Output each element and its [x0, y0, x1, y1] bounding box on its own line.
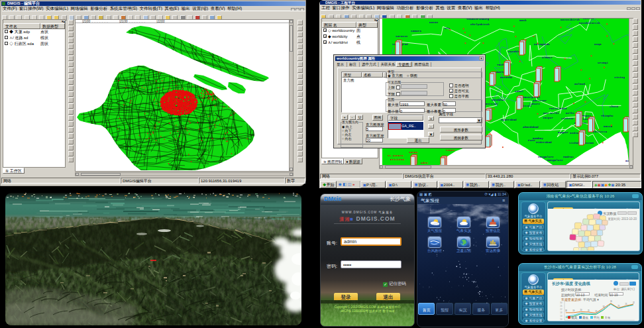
svg-text:Thimphu: Thimphu [601, 114, 614, 117]
svg-text:Xining: Xining [614, 76, 625, 79]
svg-text:21: 21 [625, 303, 627, 305]
svg-text:Kazan: Kazan [429, 21, 439, 24]
svg-text:Pune: Pune [528, 138, 535, 142]
svg-text:Lucknow: Lucknow [561, 117, 574, 120]
svg-text:20: 20 [580, 309, 582, 311]
svg-text:Omsk: Omsk [519, 19, 527, 22]
svg-text:19: 19 [572, 309, 574, 312]
svg-text:Faisalabad: Faisalabad [549, 107, 567, 110]
svg-text:Eritiena: Eritiena [390, 158, 404, 161]
svg-text:Russia: Russia [583, 19, 594, 20]
svg-text:Ufa: Ufa [445, 27, 450, 30]
svg-text:Dusanbe: Dusanbe [500, 76, 513, 79]
svg-text:18: 18 [560, 311, 563, 314]
svg-text:St.Aunara: St.Aunara [388, 154, 403, 157]
svg-text:Chelyabinsk: Chelyabinsk [470, 23, 490, 26]
svg-text:Gandahar: Gandahar [492, 98, 506, 101]
svg-text:Hyderabad: Hyderabad [501, 118, 517, 121]
svg-text:Samara: Samara [411, 29, 421, 32]
svg-text:Saratov: Saratov [396, 34, 408, 38]
svg-text:21: 21 [588, 309, 590, 312]
svg-text:Yemen: Yemen [446, 148, 455, 152]
svg-text:10: 10 [560, 318, 563, 321]
svg-text:Aden: Aden [421, 161, 428, 164]
svg-text:Kuqa: Kuqa [594, 42, 602, 46]
svg-text:Calcutta: Calcutta [593, 130, 607, 133]
svg-text:Golmud: Golmud [574, 82, 585, 85]
svg-text:New Delhi: New Delhi [543, 111, 559, 115]
svg-text:Almatr: Almatr [542, 56, 553, 59]
svg-text:14: 14 [560, 315, 563, 317]
svg-text:Sanaa: Sanaa [409, 150, 418, 154]
svg-text:Novokuznetsk: Novokuznetsk [579, 21, 600, 25]
svg-text:Kabul: Kabul [515, 89, 524, 93]
svg-text:Urumqi: Urumqi [598, 61, 608, 64]
svg-text:19: 19 [610, 300, 612, 303]
svg-text:Lhasa: Lhasa [610, 105, 619, 108]
svg-text:Jaipur: Jaipur [543, 116, 553, 119]
svg-text:Yekaterinburg: Yekaterinburg [466, 19, 490, 21]
svg-text:22: 22 [560, 308, 563, 311]
svg-text:18: 18 [565, 309, 567, 312]
svg-text:Hiderabad: Hiderabad [536, 140, 552, 144]
svg-text:Bangalore: Bangalore [547, 158, 563, 162]
svg-text:Nagpur: Nagpur [558, 131, 568, 134]
svg-text:Madras: Madras [563, 155, 574, 158]
svg-text:Novosibirsk: Novosibirsk [561, 19, 580, 21]
svg-text:India: India [570, 131, 579, 135]
svg-text:Delhi: Delhi [566, 111, 575, 115]
svg-text:22: 22 [633, 301, 635, 304]
svg-text:26: 26 [560, 305, 563, 307]
svg-text:Ahmedabad: Ahmedabad [523, 125, 539, 129]
svg-text:Karaganda: Karaganda [534, 42, 550, 46]
svg-text:30: 30 [560, 301, 563, 304]
